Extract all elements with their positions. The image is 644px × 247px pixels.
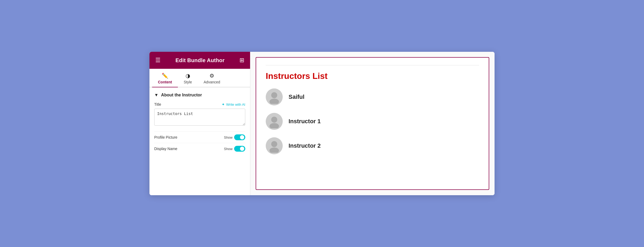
instructor-name-0: Saiful (289, 93, 304, 100)
avatar-2 (266, 137, 283, 154)
avatar-1 (266, 113, 283, 130)
grid-icon[interactable]: ⊞ (239, 57, 244, 64)
avatar-0 (266, 88, 283, 105)
style-icon: ◑ (186, 73, 190, 79)
instructor-name-2: Instructor 2 (289, 142, 321, 149)
tab-content[interactable]: ✏️ Content (152, 69, 178, 87)
main-window: ☰ Edit Bundle Author ⊞ ✏️ Content ◑ Styl… (149, 52, 495, 195)
display-name-toggle[interactable] (234, 146, 245, 152)
display-name-show-label: Show (224, 147, 233, 151)
write-ai-label: Write with AI (226, 103, 245, 107)
svg-point-2 (271, 117, 277, 123)
tab-style[interactable]: ◑ Style (178, 69, 198, 87)
section-title: About the Instructor (161, 93, 202, 97)
ai-sparkle-icon: ✦ (222, 102, 225, 107)
tab-content-label: Content (158, 80, 172, 84)
svg-point-4 (271, 141, 277, 147)
display-name-label: Display Name (154, 147, 177, 151)
instructor-item-0: Saiful (266, 88, 479, 105)
left-panel: ☰ Edit Bundle Author ⊞ ✏️ Content ◑ Styl… (149, 52, 250, 195)
svg-point-3 (269, 123, 279, 129)
title-field-row: Title ✦ Write with AI (154, 102, 245, 107)
gear-icon: ⚙ (209, 73, 214, 79)
profile-picture-toggle[interactable] (234, 134, 245, 140)
preview-top-divider (266, 65, 479, 65)
write-ai-button[interactable]: ✦ Write with AI (222, 102, 245, 107)
hamburger-icon[interactable]: ☰ (155, 57, 161, 64)
profile-picture-label: Profile Picture (154, 135, 177, 139)
display-name-toggle-wrap: Show (224, 146, 245, 152)
tab-style-label: Style (184, 80, 192, 84)
svg-point-5 (269, 148, 279, 153)
title-label: Title (154, 102, 161, 107)
svg-point-0 (271, 92, 277, 98)
instructor-item-1: Instructor 1 (266, 113, 479, 130)
tab-advanced-label: Advanced (204, 80, 220, 84)
pencil-icon: ✏️ (162, 73, 168, 79)
instructor-name-1: Instructor 1 (289, 118, 321, 125)
preview-area: Instructors List Saiful Instr (256, 57, 489, 190)
profile-picture-toggle-wrap: Show (224, 134, 245, 140)
profile-picture-show-label: Show (224, 135, 233, 139)
tabs-row: ✏️ Content ◑ Style ⚙ Advanced (149, 69, 250, 87)
title-textarea[interactable] (154, 109, 245, 126)
profile-picture-row: Profile Picture Show (154, 131, 245, 143)
panel-content: ▼ About the Instructor Title ✦ Write wit… (149, 87, 250, 195)
instructor-item-2: Instructor 2 (266, 137, 479, 154)
display-name-row: Display Name Show (154, 143, 245, 154)
panel-title: Edit Bundle Author (175, 57, 225, 63)
tab-advanced[interactable]: ⚙ Advanced (198, 69, 226, 87)
title-textarea-wrap (154, 109, 245, 127)
instructors-list-title: Instructors List (266, 71, 479, 81)
svg-point-1 (269, 99, 279, 104)
section-header: ▼ About the Instructor (154, 93, 245, 97)
right-panel: Instructors List Saiful Instr (250, 52, 495, 195)
panel-header: ☰ Edit Bundle Author ⊞ (149, 52, 250, 69)
collapse-arrow-icon[interactable]: ▼ (154, 93, 158, 97)
